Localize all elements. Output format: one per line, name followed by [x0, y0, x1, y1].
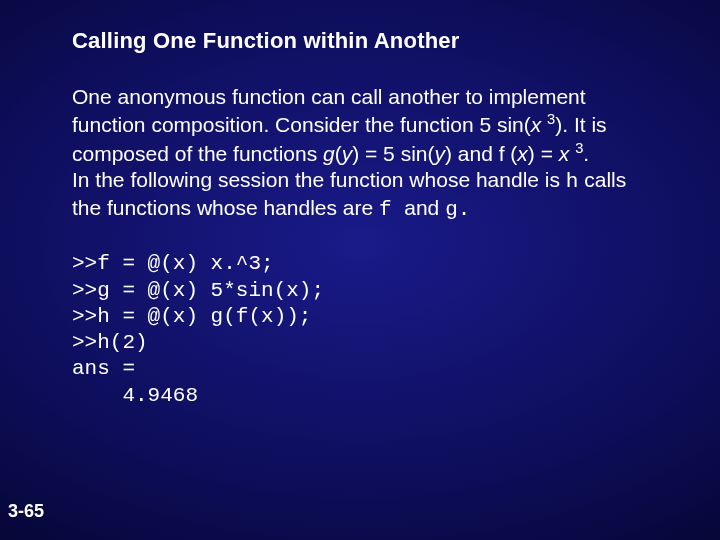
text: One anonymous function can call another …	[72, 85, 586, 136]
text: ) =	[528, 142, 559, 165]
handle-h: h	[566, 170, 579, 193]
page-number: 3-65	[8, 501, 44, 522]
handle-f: f	[379, 198, 404, 221]
text: and	[404, 196, 445, 219]
var-y: y	[342, 142, 353, 165]
var-x: x	[531, 113, 542, 136]
handle-g: g.	[445, 198, 470, 221]
body-paragraph: One anonymous function can call another …	[72, 84, 660, 223]
slide-title: Calling One Function within Another	[72, 28, 660, 54]
text: (	[335, 142, 342, 165]
code-line: 4.9468	[72, 384, 198, 407]
var-x: x	[517, 142, 528, 165]
text: .	[583, 142, 589, 165]
text: ) = 5 sin(	[352, 142, 434, 165]
code-line: ans =	[72, 357, 135, 380]
text: ) and f (	[445, 142, 517, 165]
var-y: y	[434, 142, 445, 165]
var-x: x	[559, 142, 570, 165]
code-line: >>g = @(x) 5*sin(x);	[72, 279, 324, 302]
code-line: >>h = @(x) g(f(x));	[72, 305, 311, 328]
var-g: g	[323, 142, 335, 165]
code-line: >>h(2)	[72, 331, 148, 354]
code-line: >>f = @(x) x.^3;	[72, 252, 274, 275]
slide: Calling One Function within Another One …	[0, 0, 720, 540]
text: In the following session the function wh…	[72, 168, 566, 191]
code-block: >>f = @(x) x.^3; >>g = @(x) 5*sin(x); >>…	[72, 251, 660, 409]
